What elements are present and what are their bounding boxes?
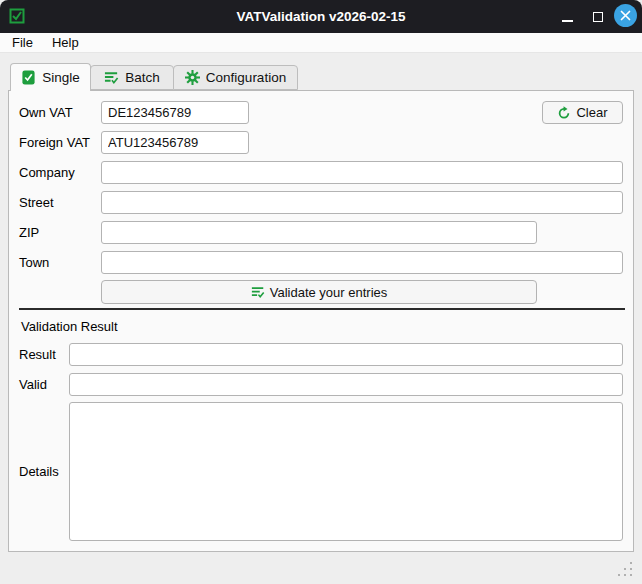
validate-button-label: Validate your entries <box>270 285 388 300</box>
company-input[interactable] <box>101 161 623 184</box>
tab-configuration-label: Configuration <box>206 70 286 85</box>
maximize-icon <box>593 12 603 22</box>
document-check-icon <box>21 70 36 85</box>
close-button[interactable] <box>614 4 637 27</box>
window-title: VATValidation v2026-02-15 <box>0 0 642 33</box>
titlebar: VATValidation v2026-02-15 <box>0 0 642 33</box>
street-label: Street <box>19 191 54 214</box>
close-icon <box>620 10 631 21</box>
minimize-icon <box>562 20 573 22</box>
street-input[interactable] <box>101 191 623 214</box>
zip-input[interactable] <box>101 221 537 244</box>
valid-label: Valid <box>19 373 47 396</box>
resize-grip-icon[interactable] <box>618 562 634 578</box>
details-output[interactable] <box>69 402 623 541</box>
menubar: File Help <box>0 33 642 53</box>
details-label: Details <box>19 460 59 483</box>
list-check-icon <box>104 70 119 85</box>
own-vat-input[interactable] <box>101 101 249 124</box>
company-label: Company <box>19 161 75 184</box>
result-label: Result <box>19 343 56 366</box>
own-vat-label: Own VAT <box>19 101 73 124</box>
refresh-icon <box>557 106 571 120</box>
tab-batch[interactable]: Batch <box>90 65 174 90</box>
gear-icon <box>185 70 200 85</box>
valid-output[interactable] <box>69 373 623 396</box>
foreign-vat-label: Foreign VAT <box>19 131 90 154</box>
town-input[interactable] <box>101 251 623 274</box>
clear-button-label: Clear <box>576 105 607 120</box>
maximize-button[interactable] <box>589 8 607 26</box>
section-separator <box>19 308 625 310</box>
result-output[interactable] <box>69 343 623 366</box>
tab-batch-label: Batch <box>125 70 160 85</box>
foreign-vat-input[interactable] <box>101 131 249 154</box>
menu-help[interactable]: Help <box>50 35 81 50</box>
single-tab-panel: Own VAT Clear Foreign VAT Company Street… <box>8 90 634 552</box>
validation-result-heading: Validation Result <box>21 319 118 334</box>
tab-single-label: Single <box>42 70 80 85</box>
clear-button[interactable]: Clear <box>542 101 623 124</box>
town-label: Town <box>19 251 49 274</box>
menu-file[interactable]: File <box>10 35 35 50</box>
minimize-button[interactable] <box>558 8 576 26</box>
tab-single[interactable]: Single <box>10 63 91 91</box>
list-check-icon <box>251 285 265 299</box>
validate-button[interactable]: Validate your entries <box>101 280 537 304</box>
zip-label: ZIP <box>19 221 39 244</box>
app-window: VATValidation v2026-02-15 File Help Sing… <box>0 0 642 584</box>
tab-configuration[interactable]: Configuration <box>173 65 298 90</box>
